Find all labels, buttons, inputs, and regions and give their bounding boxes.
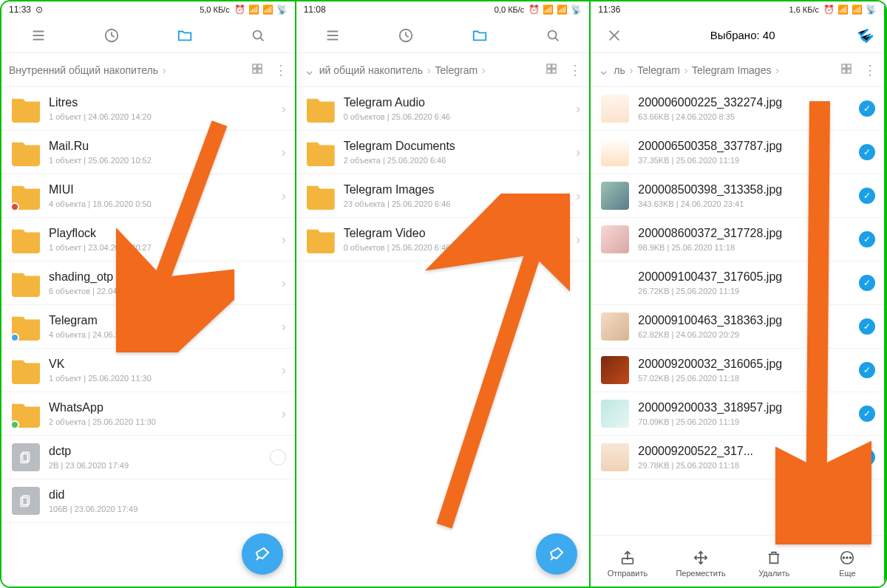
crumb-0[interactable]: ль [614,64,625,76]
action-more[interactable]: Еще [818,550,877,578]
screen-1: 11:33 ⊙ 5,0 КБ/с ⏰ 📶 📶 📡 Внутренний общи… [1,1,296,587]
selection-toolbar: Выбрано: 40 [591,18,884,53]
list-item[interactable]: Playflock1 объект | 23.04.2020 20:27› [1,218,295,261]
svg-line-16 [256,557,259,560]
folder-tab[interactable] [170,21,200,50]
checked-icon[interactable]: ✓ [859,449,875,465]
select-all-button[interactable] [856,26,875,45]
chevron-right-icon: › [282,406,286,422]
list-item[interactable]: 200008500398_313358.jpg343.63KB | 24.06.… [591,174,884,218]
chevron-right-icon: › [576,145,580,160]
more-button[interactable]: ⋮ [274,62,288,78]
image-thumb [601,356,629,384]
item-meta: shading_otp6 объектов | 22.04.2020 14:09 [49,270,273,295]
list-item[interactable]: Litres1 объект | 24.06.2020 14:20› [1,87,295,131]
checked-icon[interactable]: ✓ [859,231,875,247]
file-list[interactable]: Telegram Audio0 объектов | 25.06.2020 6:… [296,87,590,587]
app-badge-icon [10,202,19,211]
list-item[interactable]: Telegram4 объекта | 24.06.2020 6:50› [1,305,295,349]
checked-icon[interactable]: ✓ [859,275,875,291]
folder-icon [12,400,40,428]
item-sub: 26.72KB | 25.06.2020 11:19 [638,287,850,295]
crumb-root[interactable]: Внутренний общий накопитель [9,64,158,76]
breadcrumb[interactable]: ий общий накопитель › Telegram › [319,64,546,76]
grid-view-button[interactable] [545,62,558,78]
checked-icon[interactable]: ✓ [859,318,875,335]
list-item[interactable]: 200009100463_318363.jpg62.82KB | 24.06.2… [591,305,884,349]
list-item[interactable]: did106B | 23.06.2020 17:49 [1,479,295,523]
chevron-right-icon: › [163,64,166,76]
item-sub: 106B | 23.06.2020 17:49 [49,505,286,513]
list-item[interactable]: 200006500358_337787.jpg37.35KB | 25.06.2… [591,131,884,174]
file-list[interactable]: 200006000225_332274.jpg63.66KB | 24.06.2… [591,87,884,535]
action-trash[interactable]: Удалить [744,550,803,578]
more-button[interactable]: ⋮ [568,62,582,78]
svg-line-30 [551,557,554,560]
item-sub: 29.78KB | 25.06.2020 11:18 [638,461,850,470]
file-list[interactable]: Litres1 объект | 24.06.2020 14:20›Mail.R… [1,87,295,587]
list-item[interactable]: 200009200032_316065.jpg57.02KB | 25.06.2… [591,349,884,392]
list-item[interactable]: dctp2B | 23.06.2020 17:49 [1,436,295,479]
breadcrumb[interactable]: Внутренний общий накопитель › [9,64,251,76]
item-name: Telegram Documents [344,140,568,153]
checked-icon[interactable]: ✓ [859,188,875,204]
chevron-right-icon: › [482,64,486,76]
checked-icon[interactable]: ✓ [859,100,875,117]
menu-button[interactable] [24,21,53,50]
action-bar: ОтправитьПереместитьУдалитьЕще [591,535,884,587]
breadcrumb[interactable]: ль › Telegram › Telegram Images › [614,64,840,76]
list-item[interactable]: 200008600372_317728.jpg98.9KB | 25.06.20… [591,218,884,261]
grid-view-button[interactable] [840,62,853,78]
list-item[interactable]: 200009200522_317...29.78KB | 25.06.2020 … [591,436,884,479]
list-item[interactable]: Mail.Ru1 объект | 25.06.2020 10:52› [1,131,295,174]
item-name: Telegram Audio [344,96,568,109]
item-sub: 37.35KB | 25.06.2020 11:19 [638,156,850,165]
list-item[interactable]: Telegram Video0 объектов | 25.06.2020 6:… [296,218,590,261]
item-meta: 200009200522_317...29.78KB | 25.06.2020 … [638,445,850,470]
item-meta: 200008500398_313358.jpg343.63KB | 24.06.… [638,183,850,208]
search-button[interactable] [243,21,273,50]
checked-icon[interactable]: ✓ [859,144,875,160]
list-item[interactable]: Telegram Documents2 объекта | 25.06.2020… [296,131,590,174]
menu-button[interactable] [318,21,347,50]
item-meta: Telegram Audio0 объектов | 25.06.2020 6:… [344,96,568,121]
list-item[interactable]: VK1 объект | 25.06.2020 11:30› [1,349,295,392]
recent-tab[interactable] [97,21,126,50]
crumb-1[interactable]: Telegram [637,64,680,76]
item-sub: 0 объектов | 25.06.2020 6:46 [344,112,568,121]
clean-fab[interactable] [242,533,283,575]
search-button[interactable] [538,21,568,50]
select-circle[interactable] [270,449,286,465]
recent-tab[interactable] [391,21,421,50]
chevron-right-icon: › [282,232,286,247]
list-item[interactable]: shading_otp6 объектов | 22.04.2020 14:09… [1,261,295,305]
svg-rect-27 [552,64,556,68]
item-sub: 1 объект | 23.04.2020 20:27 [49,243,273,252]
grid-view-button[interactable] [251,62,264,78]
back-chevron[interactable]: ⌄ [304,62,315,78]
crumb-0[interactable]: ий общий накопитель [319,64,423,76]
list-item[interactable]: MIUI4 объекта | 18.06.2020 0:50› [1,174,295,218]
checked-icon[interactable]: ✓ [859,362,875,378]
item-name: 200006000225_332274.jpg [638,96,850,109]
action-label: Переместить [676,569,725,578]
clean-fab[interactable] [536,533,577,575]
crumb-1[interactable]: Telegram [435,64,478,76]
status-bar: 11:33 ⊙ 5,0 КБ/с ⏰ 📶 📶 📡 [1,1,295,18]
list-item[interactable]: Telegram Audio0 объектов | 25.06.2020 6:… [296,87,590,131]
list-item[interactable]: WhatsApp2 объекта | 25.06.2020 11:30› [1,392,295,436]
back-chevron[interactable]: ⌄ [598,62,609,78]
more-button[interactable]: ⋮ [863,62,877,78]
folder-tab[interactable] [465,21,495,50]
action-share[interactable]: Отправить [598,550,657,578]
crumb-2[interactable]: Telegram Images [692,64,771,76]
checked-icon[interactable]: ✓ [859,406,875,422]
list-item[interactable]: 200009100437_317605.jpg26.72KB | 25.06.2… [591,261,884,305]
action-move[interactable]: Переместить [671,550,730,578]
folder-icon [12,312,40,341]
list-item[interactable]: Telegram Images23 объекта | 25.06.2020 6… [296,174,590,218]
list-item[interactable]: 200009200033_318957.jpg70.09KB | 25.06.2… [591,392,884,436]
list-item[interactable]: 200006000225_332274.jpg63.66KB | 24.06.2… [591,87,884,131]
close-selection-button[interactable] [599,21,629,50]
item-sub: 1 объект | 25.06.2020 11:30 [49,374,273,383]
